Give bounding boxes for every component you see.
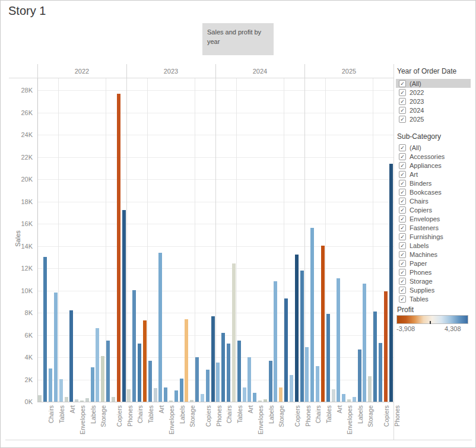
bar-2023-envelopes[interactable] [164, 387, 167, 402]
bar-2023-binders[interactable] [158, 253, 162, 402]
bar-2023-phones[interactable] [211, 316, 215, 402]
bar-2024-appliances[interactable] [237, 341, 241, 402]
subcategory-filter-item-storage[interactable]: ✓Storage [396, 277, 471, 285]
subcategory-filter-item-machines[interactable]: ✓Machines [396, 250, 471, 259]
bar-2022-paper[interactable] [91, 367, 94, 402]
bar-2024-labels[interactable] [264, 399, 267, 402]
bar-2025-labels[interactable] [353, 397, 356, 402]
subcategory-filter-item-tables[interactable]: ✓Tables [396, 294, 471, 303]
subcategory-filter-item-phones[interactable]: ✓Phones [396, 268, 471, 277]
bar-2023-paper[interactable] [180, 379, 183, 402]
subcategory-filter-item-binders[interactable]: ✓Binders [396, 179, 471, 188]
bar-2024-envelopes[interactable] [253, 393, 256, 402]
bar-2025-copiers[interactable] [379, 343, 382, 402]
year-filter-item-2023[interactable]: ✓2023 [396, 97, 471, 106]
checkbox-subcategory-filter-art-icon[interactable]: ✓ [399, 171, 406, 178]
bar-2024-tables[interactable] [232, 263, 236, 402]
checkbox-subcategory-filter-supplies-icon[interactable]: ✓ [399, 287, 406, 294]
bar-2023-supplies[interactable] [190, 400, 193, 402]
bar-2023-bookcases[interactable] [127, 389, 131, 402]
story-caption[interactable]: Sales and profit by year [202, 23, 274, 55]
checkbox-subcategory-filter-furnishings-icon[interactable]: ✓ [399, 233, 406, 240]
bar-2023-tables[interactable] [143, 320, 147, 402]
bar-2025-chairs[interactable] [310, 228, 314, 402]
bar-2025-binders[interactable] [337, 278, 340, 402]
bar-2023-furnishings[interactable] [138, 344, 141, 402]
bar-2022-appliances[interactable] [59, 379, 63, 402]
bar-2022-tables[interactable] [54, 293, 58, 402]
subcategory-filter-item-all[interactable]: ✓(All) [396, 143, 471, 152]
checkbox-year-filter-2025-icon[interactable]: ✓ [399, 116, 406, 123]
bar-2023-storage[interactable] [185, 319, 188, 402]
checkbox-year-filter-all-icon[interactable]: ✓ [399, 80, 406, 87]
bar-2024-machines[interactable] [295, 255, 299, 402]
bar-2025-art[interactable] [332, 389, 335, 402]
checkbox-subcategory-filter-copiers-icon[interactable]: ✓ [399, 206, 406, 214]
checkbox-subcategory-filter-phones-icon[interactable]: ✓ [399, 269, 406, 276]
bar-2022-accessories[interactable] [106, 341, 110, 402]
bar-2025-machines[interactable] [384, 291, 388, 402]
subcategory-filter-item-labels[interactable]: ✓Labels [396, 241, 471, 250]
bar-2025-phones[interactable] [389, 164, 393, 402]
bar-2025-fasteners[interactable] [347, 399, 351, 402]
bar-2022-art[interactable] [65, 397, 68, 402]
checkbox-subcategory-filter-accessories-icon[interactable]: ✓ [399, 153, 406, 160]
checkbox-year-filter-2024-icon[interactable]: ✓ [399, 107, 406, 114]
bar-2024-chairs[interactable] [221, 333, 225, 402]
bar-2025-supplies[interactable] [368, 376, 372, 402]
bar-2022-machines[interactable] [117, 94, 120, 402]
bar-2024-fasteners[interactable] [258, 401, 262, 402]
checkbox-subcategory-filter-appliances-icon[interactable]: ✓ [399, 162, 406, 169]
subcategory-filter-item-envelopes[interactable]: ✓Envelopes [396, 214, 471, 223]
bar-2022-binders[interactable] [69, 310, 73, 402]
bar-2025-furnishings[interactable] [316, 366, 319, 402]
bar-2024-accessories[interactable] [284, 298, 288, 402]
bar-2023-accessories[interactable] [195, 357, 199, 402]
bar-2023-machines[interactable] [206, 370, 210, 402]
subcategory-filter-item-fasteners[interactable]: ✓Fasteners [396, 223, 471, 232]
subcategory-filter-item-art[interactable]: ✓Art [396, 170, 471, 179]
bar-2022-bookcases[interactable] [38, 395, 42, 402]
checkbox-subcategory-filter-storage-icon[interactable]: ✓ [399, 278, 406, 285]
checkbox-subcategory-filter-binders-icon[interactable]: ✓ [399, 180, 406, 187]
bar-2024-phones[interactable] [300, 271, 304, 402]
checkbox-year-filter-2023-icon[interactable]: ✓ [399, 98, 406, 105]
bar-2024-binders[interactable] [247, 357, 251, 402]
bar-2022-fasteners[interactable] [80, 401, 84, 402]
bar-2025-bookcases[interactable] [305, 347, 309, 402]
checkbox-subcategory-filter-tables-icon[interactable]: ✓ [399, 296, 406, 303]
checkbox-subcategory-filter-labels-icon[interactable]: ✓ [399, 242, 406, 249]
subcategory-filter-item-chairs[interactable]: ✓Chairs [396, 196, 471, 205]
bar-2023-fasteners[interactable] [169, 401, 173, 402]
bar-2024-bookcases[interactable] [216, 363, 220, 402]
year-filter-item-2022[interactable]: ✓2022 [396, 88, 471, 97]
checkbox-subcategory-filter-envelopes-icon[interactable]: ✓ [399, 215, 406, 223]
year-filter-item-all[interactable]: ✓(All) [396, 79, 471, 88]
checkbox-subcategory-filter-paper-icon[interactable]: ✓ [399, 260, 406, 267]
bar-2024-copiers[interactable] [290, 375, 293, 402]
checkbox-year-filter-2022-icon[interactable]: ✓ [399, 89, 406, 96]
bar-2024-paper[interactable] [269, 361, 272, 402]
checkbox-subcategory-filter-chairs-icon[interactable]: ✓ [399, 198, 406, 205]
checkbox-subcategory-filter-machines-icon[interactable]: ✓ [399, 251, 406, 258]
bar-2025-envelopes[interactable] [342, 394, 345, 402]
bar-2024-supplies[interactable] [279, 387, 283, 402]
bar-2022-phones[interactable] [122, 210, 126, 402]
bar-2023-appliances[interactable] [148, 361, 152, 402]
subcategory-filter-item-appliances[interactable]: ✓Appliances [396, 161, 471, 170]
bar-2022-envelopes[interactable] [75, 399, 78, 402]
bar-2024-storage[interactable] [274, 281, 277, 402]
bar-2022-furnishings[interactable] [49, 368, 52, 402]
subcategory-filter-item-copiers[interactable]: ✓Copiers [396, 205, 471, 214]
subcategory-filter-item-furnishings[interactable]: ✓Furnishings [396, 232, 471, 241]
subcategory-filter-item-accessories[interactable]: ✓Accessories [396, 152, 471, 161]
checkbox-subcategory-filter-all-icon[interactable]: ✓ [399, 144, 406, 151]
bar-2023-labels[interactable] [174, 390, 178, 402]
subcategory-filter-item-paper[interactable]: ✓Paper [396, 259, 471, 268]
bar-2023-chairs[interactable] [132, 290, 136, 402]
bar-2025-storage[interactable] [363, 284, 366, 402]
bar-2022-labels[interactable] [85, 398, 89, 402]
bar-2024-art[interactable] [243, 387, 246, 402]
bar-2022-copiers[interactable] [112, 397, 115, 402]
checkbox-subcategory-filter-fasteners-icon[interactable]: ✓ [399, 224, 406, 231]
